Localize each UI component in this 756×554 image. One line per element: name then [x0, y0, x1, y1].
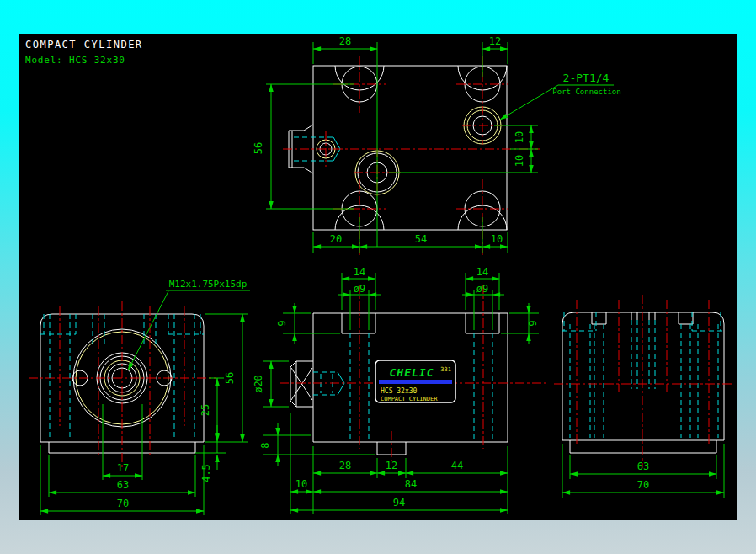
nameplate-brand: CHELIC [390, 366, 434, 379]
dim-side-94: 94 [393, 497, 405, 509]
dim-side-44: 44 [451, 460, 463, 471]
cad-drawing: COMPACT CYLINDER Model: HCS 32x30 [0, 0, 756, 554]
dim-front-25: 25 [200, 404, 211, 416]
model-label: Model: HCS 32x30 [25, 55, 125, 66]
dim-rear-63: 63 [637, 461, 649, 472]
dim-side-12: 12 [386, 460, 397, 471]
dim-top-10a: 10 [514, 131, 525, 143]
nameplate-product: COMPACT CYLINDER [381, 396, 438, 402]
dim-side-14-left: 14 [354, 266, 365, 278]
dim-side-9-right: 9 [527, 320, 539, 326]
viewer-background: COMPACT CYLINDER Model: HCS 32x30 [0, 0, 756, 554]
nameplate-stripe [379, 380, 452, 384]
dim-top-56: 56 [253, 142, 264, 154]
dim-front-4-5: 4.5 [200, 464, 212, 482]
dim-top-54: 54 [415, 233, 427, 245]
dim-top-28: 28 [339, 35, 351, 47]
dim-side-28: 28 [339, 460, 351, 471]
port-callout-subtitle: Port Connection [552, 88, 620, 96]
dim-side-9-left: 9 [276, 320, 288, 326]
dim-side-14-right: 14 [476, 266, 488, 278]
dim-rear-70: 70 [637, 479, 649, 491]
port-callout-title: 2-PT1/4 [563, 72, 610, 84]
drawing-canvas[interactable] [19, 34, 737, 520]
dim-side-d9-left: ø9 [354, 283, 365, 295]
page-title: COMPACT CYLINDER [25, 39, 143, 51]
dim-side-84: 84 [405, 478, 417, 490]
dim-side-d20: ø20 [253, 375, 264, 393]
dim-front-63: 63 [117, 479, 129, 491]
dim-front-17: 17 [117, 462, 129, 474]
dim-top-10: 10 [491, 233, 503, 245]
dim-side-10: 10 [295, 478, 307, 490]
dim-front-70: 70 [117, 498, 129, 509]
nameplate-model: HCS 32x30 [381, 387, 418, 395]
dim-top-20: 20 [330, 233, 342, 245]
dim-top-10b: 10 [514, 155, 525, 167]
dim-top-12: 12 [489, 35, 501, 47]
dim-front-56: 56 [224, 372, 236, 384]
dim-side-d9-right: ø9 [476, 283, 488, 295]
nameplate: CHELIC 331 HCS 32x30 COMPACT CYLINDER [375, 360, 455, 402]
thread-callout-label: M12x1.75Px15dp [169, 279, 248, 290]
dim-side-8: 8 [259, 442, 271, 448]
nameplate-code: 331 [440, 366, 451, 373]
